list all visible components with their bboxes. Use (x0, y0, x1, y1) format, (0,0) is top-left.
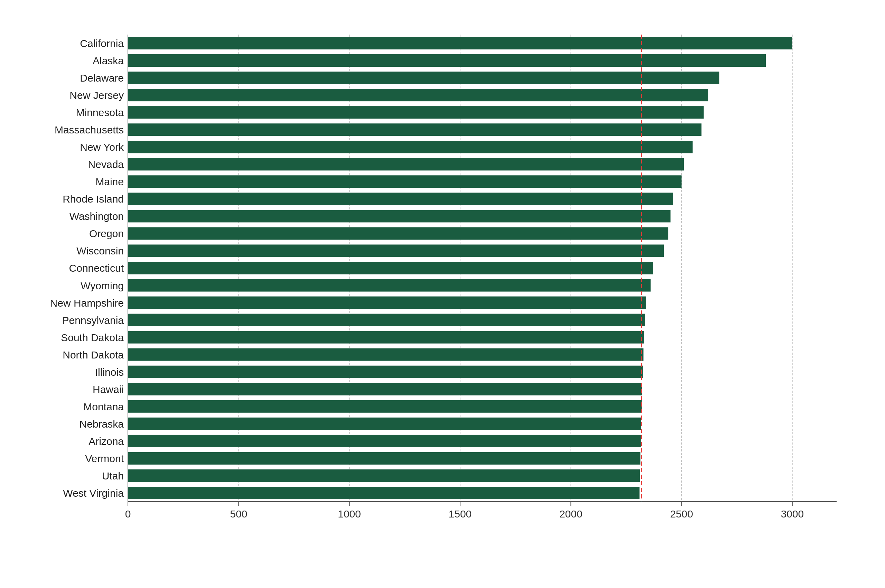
state-label: New York (80, 141, 124, 153)
bar-delaware (128, 72, 719, 84)
bar-new-hampshire (128, 297, 646, 309)
bar-california (128, 37, 792, 50)
state-label: West Virginia (63, 488, 124, 499)
state-label: Delaware (80, 72, 124, 84)
bar-wyoming (128, 279, 651, 292)
bar-massachusetts (128, 123, 701, 136)
state-label: Vermont (85, 453, 124, 464)
state-label: Wyoming (81, 280, 124, 291)
bar-utah (128, 470, 640, 482)
state-label: Arizona (88, 435, 124, 447)
state-label: Utah (102, 470, 124, 482)
bar-minnesota (128, 106, 704, 118)
state-label: Maine (95, 176, 124, 188)
state-label: Washington (69, 210, 124, 222)
svg-text:1000: 1000 (338, 508, 361, 519)
bar-oregon (128, 227, 668, 240)
state-label: California (80, 38, 124, 49)
state-label: Oregon (89, 228, 124, 239)
state-label: South Dakota (61, 332, 124, 343)
bar-wisconsin (128, 244, 664, 257)
bar-illinois (128, 366, 643, 378)
state-label: Connecticut (69, 262, 124, 274)
chart-svg: CaliforniaAlaskaDelawareNew JerseyMinnes… (69, 31, 857, 526)
state-label: Nebraska (80, 418, 124, 430)
svg-text:2500: 2500 (670, 508, 693, 519)
state-label: North Dakota (63, 349, 124, 360)
state-label: Pennsylvania (62, 315, 124, 326)
svg-text:1500: 1500 (449, 508, 472, 519)
state-label: Montana (83, 401, 124, 412)
bar-new-jersey (128, 89, 708, 101)
state-label: Rhode Island (63, 193, 124, 205)
bar-vermont (128, 452, 640, 465)
svg-text:0: 0 (125, 508, 131, 519)
bar-maine (128, 175, 682, 188)
bar-connecticut (128, 262, 652, 274)
bar-pennsylvania (128, 314, 645, 326)
state-label: Minnesota (76, 107, 124, 118)
state-label: New Jersey (69, 90, 124, 101)
bar-north-dakota (128, 348, 644, 361)
state-label: Illinois (95, 366, 124, 378)
state-label: Alaska (93, 55, 124, 66)
bar-arizona (128, 435, 641, 447)
bar-new-york (128, 141, 693, 153)
bar-nebraska (128, 418, 641, 430)
state-label: Hawaii (93, 384, 124, 395)
bar-west-virginia (128, 487, 639, 499)
bar-hawaii (128, 383, 642, 396)
bar-rhode-island (128, 192, 673, 205)
svg-text:500: 500 (230, 508, 247, 519)
bar-south-dakota (128, 331, 644, 344)
chart-container: CaliforniaAlaskaDelawareNew JerseyMinnes… (0, 0, 885, 588)
svg-text:3000: 3000 (781, 508, 804, 519)
state-label: Nevada (88, 159, 124, 170)
svg-text:2000: 2000 (560, 508, 582, 519)
bar-montana (128, 400, 642, 413)
state-label: Massachusetts (55, 124, 124, 135)
bar-washington (128, 210, 670, 222)
state-label: Wisconsin (76, 245, 124, 256)
state-label: New Hampshire (50, 297, 124, 309)
bar-alaska (128, 54, 766, 67)
bar-nevada (128, 158, 684, 170)
